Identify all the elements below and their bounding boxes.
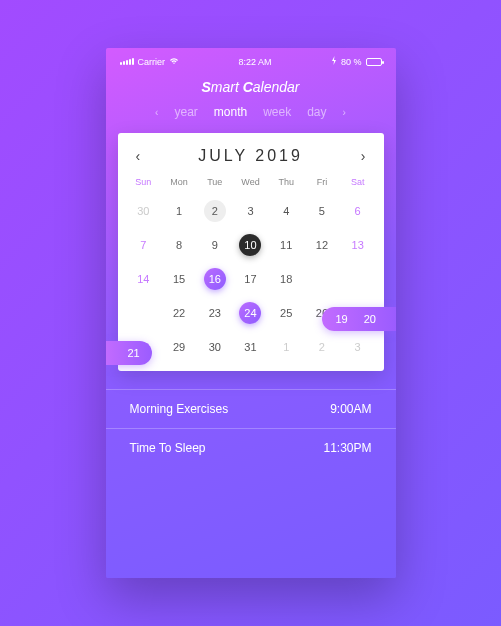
- event-row[interactable]: Morning Exercises 9:00AM: [106, 389, 396, 428]
- events-list: Morning Exercises 9:00AM Time To Sleep 1…: [106, 389, 396, 467]
- battery-icon: [366, 58, 382, 66]
- day-cell[interactable]: 14: [126, 265, 162, 293]
- signal-icon: [120, 58, 134, 65]
- clock-label: 8:22 AM: [238, 57, 271, 67]
- tab-day[interactable]: day: [307, 105, 326, 119]
- event-title: Morning Exercises: [130, 402, 229, 416]
- dow-label: Sat: [340, 177, 376, 191]
- day-cell[interactable]: 30: [126, 197, 162, 225]
- day-cell[interactable]: 17: [233, 265, 269, 293]
- day-cell[interactable]: 7: [126, 231, 162, 259]
- day-cell[interactable]: 15: [161, 265, 197, 293]
- range-day: 21: [128, 347, 140, 359]
- tab-week[interactable]: week: [263, 105, 291, 119]
- day-cell[interactable]: 8: [161, 231, 197, 259]
- day-cell[interactable]: 9: [197, 231, 233, 259]
- event-row[interactable]: Time To Sleep 11:30PM: [106, 428, 396, 467]
- calendar-card: ‹ JULY 2019 › SunMonTueWedThuFriSat30123…: [118, 133, 384, 371]
- tabs-prev-icon[interactable]: ‹: [155, 107, 158, 118]
- day-cell[interactable]: 2: [304, 333, 340, 361]
- day-cell[interactable]: 25: [268, 299, 304, 327]
- day-cell[interactable]: 29: [161, 333, 197, 361]
- day-cell[interactable]: 11: [268, 231, 304, 259]
- day-cell[interactable]: [304, 265, 340, 293]
- event-time: 9:00AM: [330, 402, 371, 416]
- day-cell[interactable]: 3: [233, 197, 269, 225]
- day-cell[interactable]: 18: [268, 265, 304, 293]
- day-cell[interactable]: 31: [233, 333, 269, 361]
- day-cell[interactable]: 4: [268, 197, 304, 225]
- app-title: Smart Calendar: [106, 71, 396, 105]
- day-cell[interactable]: 10: [233, 231, 269, 259]
- range-day: 19: [336, 313, 348, 325]
- day-cell[interactable]: [126, 299, 162, 327]
- day-cell[interactable]: 5: [304, 197, 340, 225]
- month-next-button[interactable]: ›: [361, 148, 366, 164]
- day-cell[interactable]: 23: [197, 299, 233, 327]
- day-cell[interactable]: 1: [268, 333, 304, 361]
- day-cell[interactable]: 16: [197, 265, 233, 293]
- view-tabs: ‹ year month week day ›: [106, 105, 396, 133]
- day-cell[interactable]: 3: [340, 333, 376, 361]
- day-cell[interactable]: 22: [161, 299, 197, 327]
- day-cell[interactable]: 2: [197, 197, 233, 225]
- day-cell[interactable]: 6: [340, 197, 376, 225]
- month-label: JULY 2019: [198, 147, 303, 165]
- dow-label: Mon: [161, 177, 197, 191]
- range-pill-19-20[interactable]: 19 20: [322, 307, 396, 331]
- tabs-next-icon[interactable]: ›: [343, 107, 346, 118]
- carrier-label: Carrier: [138, 57, 166, 67]
- day-cell[interactable]: [340, 265, 376, 293]
- tab-year[interactable]: year: [174, 105, 197, 119]
- tab-month[interactable]: month: [214, 105, 247, 119]
- range-pill-21[interactable]: 21: [106, 341, 152, 365]
- calendar-grid: SunMonTueWedThuFriSat3012345678910111213…: [118, 177, 384, 361]
- event-time: 11:30PM: [323, 441, 371, 455]
- event-title: Time To Sleep: [130, 441, 206, 455]
- day-cell[interactable]: 12: [304, 231, 340, 259]
- wifi-icon: [169, 57, 179, 67]
- phone-frame: Carrier 8:22 AM 80 % Smart Calendar ‹ ye…: [106, 48, 396, 578]
- dow-label: Fri: [304, 177, 340, 191]
- range-day: 20: [364, 313, 376, 325]
- month-prev-button[interactable]: ‹: [136, 148, 141, 164]
- status-bar: Carrier 8:22 AM 80 %: [106, 48, 396, 71]
- day-cell[interactable]: 13: [340, 231, 376, 259]
- dow-label: Wed: [233, 177, 269, 191]
- battery-pct-label: 80 %: [341, 57, 362, 67]
- dow-label: Thu: [268, 177, 304, 191]
- dow-label: Sun: [126, 177, 162, 191]
- bolt-icon: [331, 56, 337, 67]
- day-cell[interactable]: 1: [161, 197, 197, 225]
- dow-label: Tue: [197, 177, 233, 191]
- day-cell[interactable]: 24: [233, 299, 269, 327]
- day-cell[interactable]: 30: [197, 333, 233, 361]
